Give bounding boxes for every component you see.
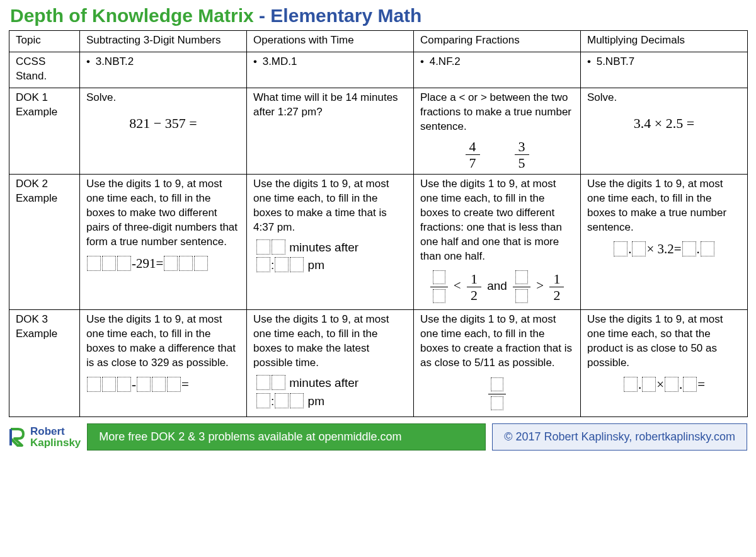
blank-box: [683, 377, 697, 392]
blank-box: [491, 396, 503, 410]
dok1-col-3: Place a < or > between the two fractions…: [414, 88, 581, 174]
dok3-text: Use the digits 1 to 9, at most one time …: [253, 313, 407, 370]
title-part-2: Elementary Math: [270, 5, 421, 26]
dok2-col-2: Use the digits 1 to 9, at most one time …: [247, 174, 414, 310]
dok3-col-2: Use the digits 1 to 9, at most one time …: [247, 310, 414, 417]
blank-box: [167, 377, 181, 392]
blank-box: [665, 377, 679, 392]
dok2-time-expression: minutes after : pm: [253, 235, 407, 275]
blank-box: [164, 256, 178, 271]
ccss-col-2: 3.MD.1: [247, 52, 414, 88]
dok1-col-1: Solve. 821 − 357 =: [80, 88, 247, 174]
blank-box: [433, 289, 445, 303]
blank-box: [102, 256, 116, 271]
dok2-text: Use the digits 1 to 9, at most one time …: [253, 177, 407, 235]
dok2-expression: -291=: [86, 250, 240, 272]
blank-box: [87, 256, 101, 271]
dok3-expression: -=: [86, 370, 240, 393]
dok2-text: Use the digits 1 to 9, at most one time …: [587, 177, 741, 235]
blank-box: [117, 377, 131, 392]
dok3-time-expression: minutes after : pm: [253, 370, 407, 410]
topic-col-1: Subtracting 3-Digit Numbers: [80, 31, 247, 52]
dok1-col-2: What time will it be 14 minutes after 1:…: [247, 88, 414, 174]
logo-mark-icon: [9, 428, 26, 447]
dok3-text: Use the digits 1 to 9, at most one time …: [587, 313, 741, 370]
dok3-col-3: Use the digits 1 to 9, at most one time …: [414, 310, 581, 417]
bullet-icon: [587, 55, 597, 67]
blank-box: [179, 256, 193, 271]
dok2-col-3: Use the digits 1 to 9, at most one time …: [414, 174, 581, 310]
dok1-text: Solve.: [86, 91, 240, 105]
blank-box: [290, 393, 304, 408]
bullet-icon: [253, 55, 263, 67]
fraction-blank: [488, 376, 506, 413]
blank-box: [290, 257, 304, 272]
row-label-dok3: DOK 3 Example: [9, 310, 80, 417]
dok2-expression: .× 3.2=.: [587, 235, 741, 258]
fraction-blank: [513, 268, 530, 306]
blank-box: [256, 375, 270, 390]
topic-col-2: Operations with Time: [247, 31, 414, 52]
fraction-half: 12: [549, 272, 564, 302]
bullet-icon: [420, 55, 430, 67]
dok3-col-4: Use the digits 1 to 9, at most one time …: [581, 310, 748, 417]
blank-box: [272, 375, 285, 390]
blank-box: [701, 241, 714, 256]
footer-copyright: © 2017 Robert Kaplinsky, robertkaplinsky…: [492, 423, 747, 451]
blank-box: [433, 270, 445, 284]
blank-box: [275, 257, 289, 272]
topic-col-3: Comparing Fractions: [414, 31, 581, 52]
blank-box: [117, 256, 131, 271]
blank-box: [194, 256, 208, 271]
dok3-text: Use the digits 1 to 9, at most one time …: [420, 313, 574, 370]
blank-box: [256, 257, 270, 272]
blank-box: [624, 377, 638, 392]
ccss-col-3: 4.NF.2: [414, 52, 581, 88]
blank-box: [256, 393, 270, 408]
dok3-expression: [420, 370, 574, 413]
dok1-fractions: 4 7 3 5: [420, 134, 574, 170]
author-logo: Robert Kaplinsky: [9, 426, 81, 449]
dok2-text: Use the digits 1 to 9, at most one time …: [86, 177, 240, 250]
blank-box: [515, 270, 528, 284]
blank-box: [491, 377, 503, 391]
dok3-col-1: Use the digits 1 to 9, at most one time …: [80, 310, 247, 417]
blank-box: [87, 377, 101, 392]
dok3-text: Use the digits 1 to 9, at most one time …: [86, 313, 240, 370]
dok2-col-4: Use the digits 1 to 9, at most one time …: [581, 174, 748, 310]
fraction-half: 12: [467, 272, 481, 302]
blank-box: [614, 241, 627, 256]
blank-box: [102, 377, 116, 392]
blank-box: [256, 239, 270, 255]
blank-box: [275, 393, 289, 408]
blank-box: [152, 377, 166, 392]
blank-box: [137, 377, 151, 392]
ccss-col-4: 5.NBT.7: [581, 52, 748, 88]
row-label-dok2: DOK 2 Example: [9, 174, 80, 310]
blank-box: [642, 377, 656, 392]
row-label-dok1: DOK 1 Example: [9, 88, 80, 174]
dok-matrix-table: Topic Subtracting 3-Digit Numbers Operat…: [9, 30, 748, 417]
row-label-topic: Topic: [9, 31, 80, 52]
blank-box: [682, 241, 696, 256]
bullet-icon: [86, 55, 96, 67]
title-dash: -: [254, 5, 271, 26]
dok1-text: Place a < or > between the two fractions…: [420, 91, 574, 134]
dok1-text: Solve.: [587, 91, 741, 105]
blank-box: [272, 239, 285, 255]
page-title: Depth of Knowledge Matrix - Elementary M…: [9, 5, 747, 26]
fraction-blank: [430, 268, 448, 306]
title-part-1: Depth of Knowledge Matrix: [10, 5, 254, 26]
dok1-math: 821 − 357 =: [86, 105, 240, 137]
footer: Robert Kaplinsky More free DOK 2 & 3 pro…: [9, 423, 747, 451]
dok3-expression: .×.=: [587, 370, 741, 393]
logo-text: Robert Kaplinsky: [30, 426, 81, 449]
dok2-text: Use the digits 1 to 9, at most one time …: [420, 177, 574, 264]
topic-col-4: Multiplying Decimals: [581, 31, 748, 52]
ccss-col-1: 3.NBT.2: [80, 52, 247, 88]
dok2-col-1: Use the digits 1 to 9, at most one time …: [80, 174, 247, 310]
dok1-math: 3.4 × 2.5 =: [587, 105, 741, 137]
fraction-4-7: 4 7: [466, 139, 480, 170]
dok2-expression: < 12 and > 12: [420, 263, 574, 306]
dok1-col-4: Solve. 3.4 × 2.5 =: [581, 88, 748, 174]
